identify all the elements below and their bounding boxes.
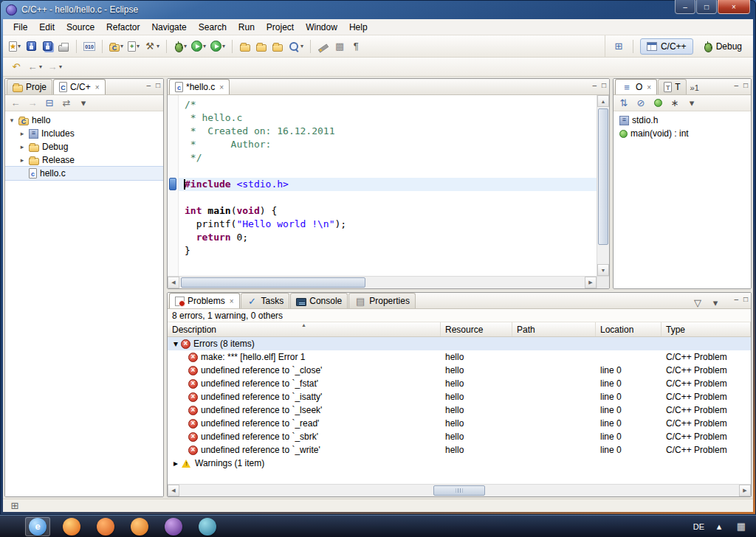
taskbar-internet-explorer[interactable]: e: [25, 517, 50, 536]
dropdown-arrow-icon[interactable]: ▾: [157, 43, 159, 49]
code-line[interactable]: /*: [179, 98, 597, 111]
minimize-view-icon[interactable]: –: [146, 82, 151, 89]
public-only-button[interactable]: [650, 95, 665, 111]
scroll-track[interactable]: [597, 107, 609, 264]
save-all-button[interactable]: [40, 38, 55, 55]
show-whitespace-button[interactable]: ¶: [348, 38, 363, 55]
expander-icon[interactable]: ▸: [18, 156, 26, 164]
expander-icon[interactable]: ▸: [173, 458, 178, 468]
outline-item-main-void-int[interactable]: main(void) : int: [614, 127, 751, 140]
title-bar[interactable]: C/C++ - hello/hello.c - Eclipse – □ ×: [0, 0, 756, 19]
column-header-resource[interactable]: Resource: [441, 322, 512, 336]
menu-navigate[interactable]: Navigate: [145, 21, 192, 34]
minimize-view-icon[interactable]: –: [734, 296, 738, 303]
taskbar-firefox-2[interactable]: [127, 517, 152, 536]
editor-horizontal-scrollbar[interactable]: ◀ ▶: [168, 276, 597, 288]
code-area[interactable]: /* * hello.c * Created on: 16.12.2011 * …: [179, 95, 597, 276]
restore-fast-view-button[interactable]: ⊞: [7, 498, 22, 513]
scroll-down-icon[interactable]: ▼: [597, 264, 609, 276]
perspective-c-c-button[interactable]: C/C++: [640, 38, 693, 55]
tree-item-hello[interactable]: ▾Chello: [5, 114, 163, 127]
pencil-button[interactable]: [316, 38, 331, 55]
taskbar-teal-app[interactable]: [195, 517, 220, 536]
tab-proje[interactable]: Proje: [7, 79, 52, 94]
tab-t[interactable]: TT: [658, 79, 686, 94]
new-wizard-button[interactable]: ★▾: [7, 38, 22, 55]
view-menu-button[interactable]: ▾: [708, 294, 723, 311]
tab-tasks[interactable]: ✓Tasks: [241, 293, 290, 308]
code-line[interactable]: #include <stdio.h>: [179, 178, 597, 191]
dropdown-arrow-icon[interactable]: ▾: [222, 43, 225, 49]
sort-button[interactable]: ⇅: [616, 95, 631, 111]
problems-horizontal-scrollbar[interactable]: ◀ ▶: [168, 484, 751, 496]
run-button[interactable]: ▾: [190, 38, 207, 55]
view-menu-button[interactable]: ▾: [684, 95, 699, 111]
tab-c-c[interactable]: CC/C+×: [53, 79, 106, 94]
dropdown-arrow-icon[interactable]: ▾: [203, 43, 206, 49]
tab-properties[interactable]: ▤Properties: [348, 293, 416, 308]
close-button[interactable]: ×: [718, 0, 750, 14]
scroll-thumb[interactable]: [433, 485, 485, 496]
problem-row[interactable]: undefined reference to `_read'helloline …: [168, 417, 751, 430]
tree-item-hello-c[interactable]: chello.c: [5, 167, 163, 180]
dropdown-arrow-icon[interactable]: ▾: [137, 43, 140, 49]
build-binary-button[interactable]: 010: [82, 38, 97, 55]
expander-icon[interactable]: ▾: [173, 339, 178, 349]
scroll-right-icon[interactable]: ▶: [739, 485, 751, 496]
tree-item-release[interactable]: ▸Release: [5, 153, 163, 167]
close-tab-icon[interactable]: ×: [219, 83, 224, 91]
debug-button[interactable]: ▾: [172, 38, 188, 55]
tray-expand-button[interactable]: ▴: [712, 519, 726, 535]
minimize-view-icon[interactable]: –: [734, 82, 738, 89]
tab-hello-c[interactable]: c*hello.c×: [169, 79, 230, 94]
group-row-errors-8-items[interactable]: ▾Errors (8 items): [168, 337, 751, 350]
new-c-project-button[interactable]: C▾: [108, 38, 125, 55]
back-button[interactable]: ←▾: [25, 59, 44, 75]
link-editor-button[interactable]: ⇄: [59, 95, 74, 111]
save-button[interactable]: [24, 38, 38, 55]
menu-help[interactable]: Help: [343, 21, 374, 34]
tree-item-debug[interactable]: ▸Debug: [5, 140, 163, 153]
perspective-debug-button[interactable]: Debug: [696, 38, 749, 55]
dropdown-arrow-icon[interactable]: ▾: [300, 43, 303, 49]
forward-button[interactable]: →: [25, 95, 40, 111]
tray-network-button[interactable]: ▦: [734, 519, 749, 535]
code-line[interactable]: [179, 191, 597, 204]
scroll-left-icon[interactable]: ◀: [168, 485, 179, 496]
tab-console[interactable]: Console: [290, 293, 348, 308]
mark-occurrences-button[interactable]: ▩: [332, 38, 347, 55]
last-edit-button[interactable]: ↶: [9, 59, 24, 75]
maximize-button[interactable]: □: [696, 0, 717, 14]
code-line[interactable]: }: [179, 244, 597, 257]
close-tab-icon[interactable]: ×: [230, 297, 234, 305]
open-element-button[interactable]: [254, 38, 269, 55]
maximize-view-icon[interactable]: □: [156, 82, 160, 89]
menu-file[interactable]: File: [7, 21, 33, 34]
scroll-track[interactable]: [179, 277, 585, 288]
scroll-right-icon[interactable]: ▶: [585, 277, 597, 288]
code-line[interactable]: int main(void) {: [179, 204, 597, 218]
problem-row[interactable]: undefined reference to `_sbrk'helloline …: [168, 430, 751, 443]
tab-problems[interactable]: Problems×: [169, 293, 240, 308]
dropdown-arrow-icon[interactable]: ▾: [120, 43, 123, 49]
code-line[interactable]: */: [179, 151, 597, 164]
scroll-up-icon[interactable]: ▲: [597, 95, 609, 107]
dropdown-arrow-icon[interactable]: ▾: [18, 43, 21, 49]
taskbar-orange-app[interactable]: [93, 517, 118, 536]
menu-edit[interactable]: Edit: [33, 21, 61, 34]
dropdown-arrow-icon[interactable]: ▾: [59, 63, 62, 70]
expander-icon[interactable]: ▸: [18, 130, 26, 137]
filter-button[interactable]: ▽: [690, 294, 705, 311]
maximize-view-icon[interactable]: □: [602, 82, 606, 89]
open-perspective-button[interactable]: ⊞: [611, 38, 626, 55]
tab-overflow-indicator[interactable]: »1: [690, 83, 699, 92]
problem-row[interactable]: undefined reference to `_fstat'helloline…: [168, 377, 751, 390]
forward-button[interactable]: →▾: [45, 59, 63, 75]
column-header-path[interactable]: Path: [512, 322, 596, 336]
print-button[interactable]: [56, 38, 71, 55]
hide-static-button[interactable]: ∗: [667, 95, 682, 111]
expander-icon[interactable]: ▸: [18, 143, 26, 150]
tab-o[interactable]: ≡O×: [615, 79, 657, 94]
code-line[interactable]: * Author:: [179, 138, 597, 151]
outline-item-stdio-h[interactable]: stdio.h: [614, 114, 751, 127]
